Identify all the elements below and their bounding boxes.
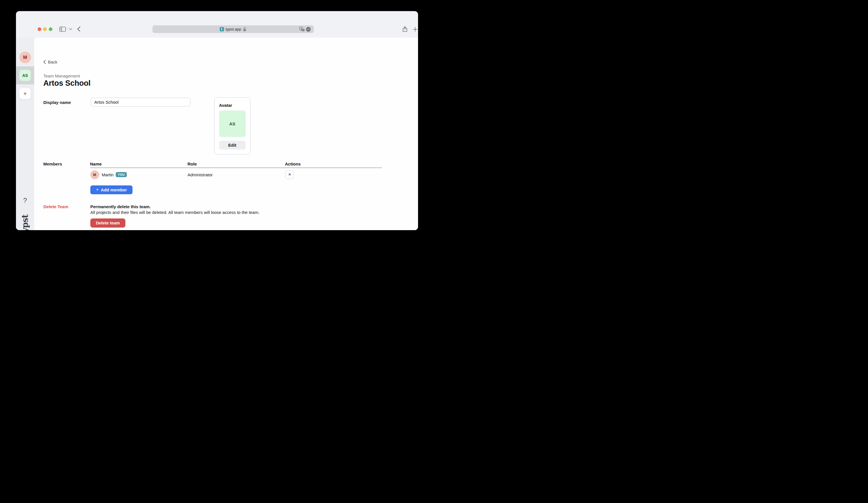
- member-name: Martin: [102, 172, 114, 177]
- avatar-card-label: Avatar: [219, 103, 232, 108]
- new-tab-icon[interactable]: [413, 27, 417, 32]
- plus-icon: +: [96, 187, 99, 192]
- edit-avatar-button[interactable]: Edit: [219, 141, 246, 149]
- column-header-name: Name: [90, 161, 102, 166]
- sidebar-team-avatar[interactable]: AS: [19, 70, 31, 81]
- you-badge: YOU: [116, 172, 127, 177]
- delete-team-button[interactable]: Delete team: [90, 219, 125, 228]
- column-header-actions: Actions: [285, 161, 301, 166]
- team-sidebar: M AS + ? typst: [16, 38, 34, 230]
- sidebar-toggle-icon[interactable]: [59, 26, 66, 32]
- add-team-button[interactable]: +: [19, 88, 31, 99]
- sidebar-user-avatar[interactable]: M: [19, 52, 31, 63]
- chevron-down-icon[interactable]: [69, 28, 72, 30]
- page-title: Artos School: [43, 79, 91, 88]
- member-role: Administrator: [187, 172, 213, 177]
- table-header-divider: [90, 167, 382, 168]
- lock-icon: [243, 27, 247, 32]
- share-icon[interactable]: [402, 26, 407, 32]
- site-favicon: t: [220, 27, 224, 31]
- back-link[interactable]: Back: [43, 60, 57, 64]
- help-button[interactable]: ?: [16, 197, 34, 205]
- close-window-button[interactable]: [38, 27, 41, 31]
- column-header-role: Role: [187, 161, 197, 166]
- toolbar-divider: [67, 26, 68, 32]
- delete-team-description: All projects and their files will be del…: [90, 210, 260, 215]
- chevron-left-icon: [43, 60, 46, 64]
- team-avatar-preview: AS: [219, 111, 246, 137]
- address-bar[interactable]: t typst.app A 文: [153, 25, 314, 33]
- address-bar-center: t typst.app: [220, 27, 247, 32]
- main-content: M Back Team Management Artos School Disp…: [34, 38, 418, 230]
- members-label: Members: [43, 161, 62, 166]
- section-label: Team Management: [43, 73, 80, 78]
- delete-team-section-label: Delete Team: [44, 204, 69, 209]
- display-name-input[interactable]: [91, 98, 190, 106]
- back-label: Back: [48, 60, 57, 64]
- browser-window: t typst.app A 文: [16, 11, 418, 230]
- page-settings-icon[interactable]: [306, 27, 311, 32]
- translate-icon[interactable]: A 文: [299, 27, 304, 32]
- url-text: typst.app: [226, 27, 241, 31]
- display-name-label: Display name: [43, 100, 71, 105]
- remove-member-button[interactable]: ×: [285, 170, 294, 179]
- add-member-label: Add member: [101, 187, 127, 192]
- delete-team-heading: Permanently delete this team.: [90, 204, 151, 209]
- zoom-window-button[interactable]: [49, 27, 52, 31]
- back-navigation-icon[interactable]: [77, 27, 80, 32]
- avatar-card: Avatar AS Edit: [214, 97, 250, 154]
- minimize-window-button[interactable]: [43, 27, 47, 31]
- svg-text:文: 文: [302, 29, 304, 31]
- typst-logo[interactable]: typst: [16, 213, 34, 230]
- member-avatar: M: [90, 170, 99, 179]
- add-member-button[interactable]: + Add member: [90, 186, 133, 194]
